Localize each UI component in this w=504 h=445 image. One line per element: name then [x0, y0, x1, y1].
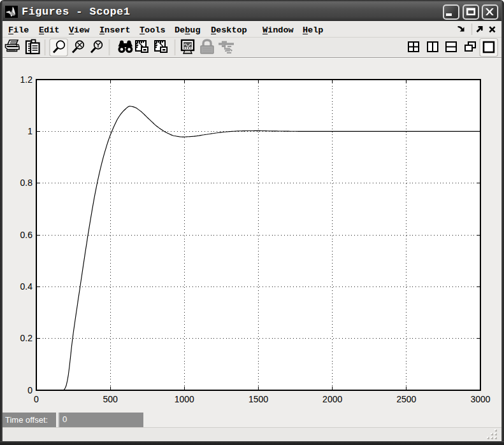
svg-text:500: 500 [103, 394, 119, 404]
svg-text:0: 0 [27, 385, 32, 395]
svg-text:2500: 2500 [396, 394, 416, 404]
svg-text:3000: 3000 [470, 394, 490, 404]
svg-text:2000: 2000 [322, 394, 342, 404]
svg-text:0: 0 [34, 394, 39, 404]
svg-text:1000: 1000 [175, 394, 194, 404]
svg-text:0.2: 0.2 [20, 333, 33, 343]
svg-text:1.2: 1.2 [20, 74, 33, 85]
svg-text:1: 1 [27, 126, 32, 136]
svg-text:1500: 1500 [248, 394, 268, 404]
svg-text:0.8: 0.8 [20, 178, 33, 188]
svg-text:0.4: 0.4 [20, 281, 33, 292]
svg-text:0.6: 0.6 [20, 230, 33, 240]
